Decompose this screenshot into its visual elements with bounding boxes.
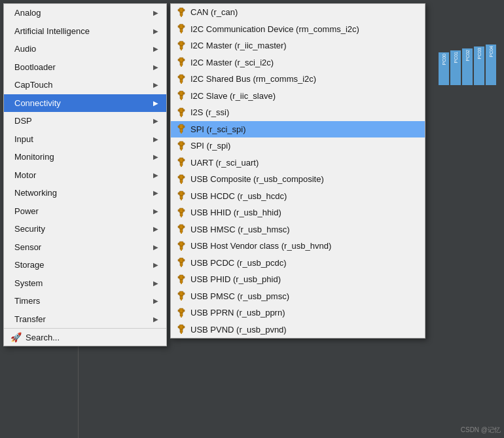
submenu-item-i2c-master--r-iic-master-[interactable]: I2C Master (r_iic_master) <box>171 37 425 54</box>
submenu-item-uart--r-sci-uart-[interactable]: UART (r_sci_uart) <box>171 155 425 172</box>
component-icon <box>176 257 187 268</box>
svg-rect-70 <box>179 242 183 246</box>
menu-item-sensor[interactable]: Sensor▶ <box>4 238 166 257</box>
menu-item-artificial-intelligence[interactable]: Artificial Intelligence▶ <box>4 22 166 41</box>
menu-item-label: Power <box>14 205 39 218</box>
svg-rect-72 <box>181 249 182 251</box>
svg-rect-66 <box>180 229 183 232</box>
submenu-item-usb-phid--r-usb-phid-[interactable]: USB PHID (r_usb_phid) <box>171 271 425 288</box>
submenu-item-label: UART (r_sci_uart) <box>190 156 259 170</box>
pin-label: PC02 <box>465 50 470 62</box>
svg-rect-18 <box>178 59 179 61</box>
menu-item-power[interactable]: Power▶ <box>4 202 166 221</box>
submenu-item-usb-pvnd--r-usb-pvnd-[interactable]: USB PVND (r_usb_pvnd) <box>171 321 425 338</box>
submenu-item-i2c-slave--r-iic-slave-[interactable]: I2C Slave (r_iic_slave) <box>171 88 425 105</box>
menu-item-label: System <box>14 277 43 290</box>
svg-rect-27 <box>181 99 182 100</box>
submenu-arrow-icon: ▶ <box>153 278 158 288</box>
submenu-item-usb-composite--r-usb-composite-[interactable]: USB Composite (r_usb_composite) <box>171 171 425 188</box>
svg-rect-89 <box>183 293 185 295</box>
submenu-item-usb-host-vendor-class--r-usb-hvnd-[interactable]: USB Host Vendor class (r_usb_hvnd) <box>171 238 425 255</box>
submenu-item-spi--r-sci-spi-[interactable]: SPI (r_sci_spi) <box>171 121 425 138</box>
svg-rect-96 <box>180 329 183 333</box>
submenu: CAN (r_can) I2C Communication Device (rm… <box>170 3 425 338</box>
submenu-item-i2c-master--r-sci-i2c-[interactable]: I2C Master (r_sci_i2c) <box>171 54 425 71</box>
submenu-item-i2c-shared-bus--rm-comms-i2c-[interactable]: I2C Shared Bus (rm_comms_i2c) <box>171 71 425 88</box>
submenu-item-usb-hmsc--r-usb-hmsc-[interactable]: USB HMSC (r_usb_hmsc) <box>171 221 425 238</box>
menu-item-label: Artificial Intelligence <box>14 25 90 38</box>
submenu-item-label: USB HCDC (r_usb_hcdc) <box>190 190 287 203</box>
component-icon <box>176 7 187 18</box>
svg-rect-23 <box>178 76 179 78</box>
svg-rect-22 <box>181 82 182 84</box>
svg-rect-8 <box>178 26 179 27</box>
menu-item-label: Motor <box>14 169 36 182</box>
menu-item-analog[interactable]: Analog▶ <box>4 4 166 22</box>
svg-rect-79 <box>183 259 185 261</box>
component-icon <box>176 241 187 251</box>
svg-rect-9 <box>183 26 185 27</box>
svg-rect-55 <box>179 191 183 196</box>
menu-item-timers[interactable]: Timers▶ <box>4 292 166 310</box>
component-icon <box>176 90 187 101</box>
menu-item-storage[interactable]: Storage▶ <box>4 256 166 274</box>
component-icon <box>176 208 187 218</box>
submenu-item-usb-pcdc--r-usb-pcdc-[interactable]: USB PCDC (r_usb_pcdc) <box>171 255 425 272</box>
svg-rect-39 <box>183 126 185 128</box>
submenu-item-label: I2C Slave (r_iic_slave) <box>190 90 276 103</box>
submenu-item-i2c-communication-device--rm-comms-i2c-[interactable]: I2C Communication Device (rm_comms_i2c) <box>171 21 425 38</box>
svg-rect-28 <box>178 92 179 94</box>
svg-rect-82 <box>181 283 182 284</box>
svg-rect-98 <box>178 326 179 328</box>
pin-col-pc04: PC04 <box>486 45 496 85</box>
svg-rect-87 <box>181 299 182 301</box>
menu-item-transfer[interactable]: Transfer▶ <box>4 310 166 329</box>
svg-rect-42 <box>181 149 182 151</box>
watermark: CSDN @记忆 <box>461 426 501 435</box>
svg-rect-67 <box>181 232 182 234</box>
submenu-item-usb-pmsc--r-usb-pmsc-[interactable]: USB PMSC (r_usb_pmsc) <box>171 288 425 305</box>
menu-item-input[interactable]: Input▶ <box>4 130 166 149</box>
submenu-item-usb-hcdc--r-usb-hcdc-[interactable]: USB HCDC (r_usb_hcdc) <box>171 188 425 205</box>
menu-item-dsp[interactable]: DSP▶ <box>4 112 166 130</box>
pin-label: PC04 <box>489 46 494 58</box>
menu-item-motor[interactable]: Motor▶ <box>4 166 166 185</box>
svg-rect-63 <box>178 210 179 211</box>
menu-item-networking[interactable]: Networking▶ <box>4 184 166 202</box>
submenu-arrow-icon: ▶ <box>153 188 158 198</box>
submenu-item-label: CAN (r_can) <box>190 6 238 19</box>
submenu-item-usb-hhid--r-usb-hhid-[interactable]: USB HHID (r_usb_hhid) <box>171 204 425 221</box>
menu-item-connectivity[interactable]: Connectivity▶ <box>4 94 166 113</box>
component-icon <box>176 107 187 118</box>
menu-item-label: Analog <box>14 7 41 20</box>
submenu-arrow-icon: ▶ <box>153 80 158 90</box>
menu-item-monitoring[interactable]: Monitoring▶ <box>4 148 166 166</box>
submenu-item-usb-pprn--r-usb-pprn-[interactable]: USB PPRN (r_usb_pprn) <box>171 304 425 321</box>
menu-item-captouch[interactable]: CapTouch▶ <box>4 76 166 94</box>
submenu-item-label: USB PMSC (r_usb_pmsc) <box>190 290 289 303</box>
menu-item-label: Connectivity <box>14 97 61 110</box>
svg-rect-62 <box>181 216 182 217</box>
submenu-arrow-icon: ▶ <box>153 8 158 18</box>
menu-item-bootloader[interactable]: Bootloader▶ <box>4 58 166 77</box>
menu-item-audio[interactable]: Audio▶ <box>4 40 166 58</box>
submenu-arrow-icon: ▶ <box>153 242 158 252</box>
submenu-item-spi--r-spi-[interactable]: SPI (r_spi) <box>171 137 425 155</box>
submenu-arrow-icon: ▶ <box>153 26 158 36</box>
submenu-item-i2s--r-ssi-[interactable]: I2S (r_ssi) <box>171 104 425 121</box>
pin-label: PC00 <box>442 54 446 65</box>
search-item[interactable]: 🚀Search... <box>4 328 166 346</box>
menu-item-label: CapTouch <box>14 79 53 92</box>
svg-rect-6 <box>180 29 183 32</box>
menu-item-security[interactable]: Security▶ <box>4 220 166 238</box>
menu-item-system[interactable]: System▶ <box>4 274 166 293</box>
submenu-item-can--r-can-[interactable]: CAN (r_can) <box>171 4 425 21</box>
svg-rect-73 <box>178 243 179 245</box>
submenu-arrow-icon: ▶ <box>153 170 158 180</box>
svg-rect-68 <box>178 226 179 228</box>
svg-rect-95 <box>179 325 183 329</box>
svg-rect-85 <box>179 291 183 296</box>
svg-rect-76 <box>180 263 183 266</box>
submenu-item-label: I2C Master (r_sci_i2c) <box>190 56 274 69</box>
pin-col-pc02: PC02 <box>462 48 473 85</box>
